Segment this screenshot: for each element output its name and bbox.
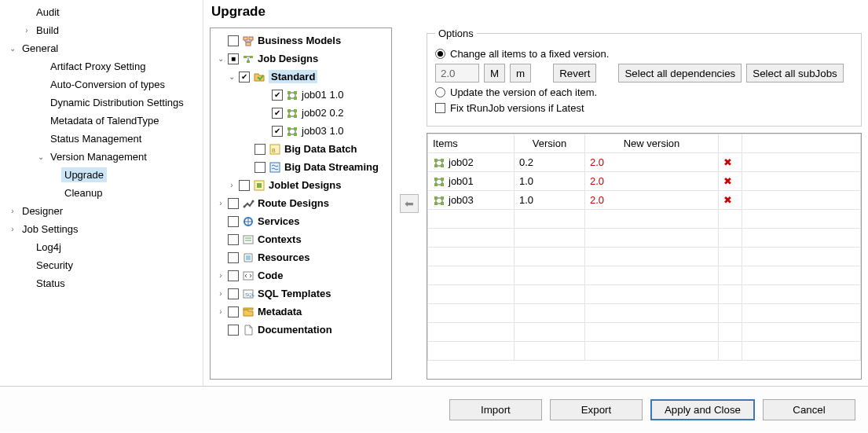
major-up-button[interactable]: M (484, 64, 505, 83)
radio-each-item[interactable] (435, 87, 445, 97)
sidebar-item-security[interactable]: Security (2, 256, 201, 274)
select-subjobs-button[interactable]: Select all subJobs (746, 64, 843, 83)
col-items[interactable]: Items (428, 134, 515, 153)
radio-fixed-version[interactable] (435, 49, 445, 59)
tree-item-label: Services (258, 215, 300, 227)
caret-icon: ⌄ (228, 72, 236, 81)
table-row[interactable]: job020.22.0✖ (428, 153, 861, 172)
tree-item-metadata[interactable]: ›Metadata (212, 303, 390, 321)
cell-new-version: 2.0 (585, 172, 719, 191)
sidebar-item-build[interactable]: ›Build (2, 21, 201, 39)
delete-row-icon[interactable]: ✖ (719, 172, 742, 191)
job-icon (286, 107, 298, 119)
sidebar-item-metadata-of-talendtype[interactable]: Metadata of TalendType (2, 112, 201, 130)
col-version[interactable]: Version (515, 134, 585, 153)
caret-icon: › (217, 199, 225, 207)
page-title: Upgrade (211, 4, 862, 20)
content-area: Upgrade Business Models⌄Job Designs⌄Stan… (203, 0, 868, 386)
tree-checkbox[interactable] (228, 53, 239, 64)
tree-checkbox[interactable] (228, 35, 239, 46)
tree-item-contexts[interactable]: Contexts (212, 230, 390, 248)
tree-checkbox[interactable] (239, 72, 250, 83)
repository-tree[interactable]: Business Models⌄Job Designs⌄Standardjob0… (210, 28, 392, 380)
caret-icon: › (22, 26, 31, 35)
tree-checkbox[interactable] (228, 288, 239, 299)
delete-row-icon[interactable]: ✖ (719, 191, 742, 210)
table-row[interactable]: job031.02.0✖ (428, 191, 861, 210)
sidebar-item-artifact-proxy-setting[interactable]: Artifact Proxy Setting (2, 57, 201, 75)
sidebar-item-status[interactable]: Status (2, 274, 201, 292)
tree-item-documentation[interactable]: Documentation (212, 321, 390, 339)
tree-checkbox[interactable] (228, 252, 239, 263)
tree-item-business-models[interactable]: Business Models (212, 31, 390, 50)
sidebar-item-dynamic-distribution-settings[interactable]: Dynamic Distribution Settings (2, 94, 201, 112)
sidebar-item-auto-conversion-of-types[interactable]: Auto-Conversion of types (2, 75, 201, 94)
tree-item-job03-1-0[interactable]: job03 1.0 (212, 122, 390, 140)
tree-item-big-data-streaming[interactable]: Big Data Streaming (212, 158, 390, 176)
col-delete[interactable] (719, 134, 742, 153)
tree-checkbox[interactable] (228, 216, 239, 227)
tree-checkbox[interactable] (255, 162, 266, 173)
std-icon (253, 71, 266, 83)
sidebar-item-upgrade[interactable]: Upgrade (2, 166, 201, 184)
tree-checkbox[interactable] (272, 126, 283, 137)
sidebar-item-label: Auto-Conversion of types (47, 77, 168, 92)
caret-icon: ⌄ (8, 44, 17, 53)
tree-item-services[interactable]: Services (212, 212, 390, 230)
tree-checkbox[interactable] (239, 180, 250, 191)
options-legend: Options (435, 28, 477, 39)
tree-item-label: Code (258, 270, 284, 281)
tree-checkbox[interactable] (228, 325, 239, 336)
minor-up-button[interactable]: m (510, 64, 531, 83)
tree-checkbox[interactable] (272, 90, 283, 101)
tree-item-resources[interactable]: Resources (212, 248, 390, 266)
select-dependencies-button[interactable]: Select all dependencies (618, 64, 742, 83)
table-row (428, 285, 861, 304)
sidebar-item-version-management[interactable]: ⌄Version Management (2, 148, 201, 166)
tree-item-code[interactable]: ›Code (212, 266, 390, 284)
cell-spacer (742, 172, 861, 191)
tree-item-job-designs[interactable]: ⌄Job Designs (212, 50, 390, 68)
sidebar-item-designer[interactable]: ›Designer (2, 202, 201, 220)
tree-item-joblet-designs[interactable]: ›Joblet Designs (212, 176, 390, 194)
tree-checkbox[interactable] (228, 198, 239, 209)
sidebar-item-job-settings[interactable]: ›Job Settings (2, 220, 201, 238)
cell-new-version: 2.0 (585, 153, 719, 172)
tree-item-label: Job Designs (258, 53, 318, 64)
move-button-column: ⬅ (398, 28, 420, 380)
arrow-left-button[interactable]: ⬅ (400, 194, 419, 213)
tree-item-big-data-batch[interactable]: Big Data Batch (212, 140, 390, 158)
sidebar-item-general[interactable]: ⌄General (2, 39, 201, 57)
tree-item-route-designs[interactable]: ›Route Designs (212, 194, 390, 212)
apply-and-close-button[interactable]: Apply and Close (650, 399, 755, 420)
version-input[interactable] (435, 64, 479, 83)
tree-item-standard[interactable]: ⌄Standard (212, 68, 390, 86)
tree-item-label: Resources (258, 251, 309, 263)
sidebar-item-status-management[interactable]: Status Management (2, 130, 201, 148)
tree-item-label: Contexts (258, 233, 302, 245)
cell-version: 1.0 (515, 172, 585, 191)
delete-row-icon[interactable]: ✖ (719, 153, 742, 172)
cancel-button[interactable]: Cancel (763, 399, 855, 420)
tree-checkbox[interactable] (228, 234, 239, 245)
tree-checkbox[interactable] (228, 270, 239, 281)
tree-item-job01-1-0[interactable]: job01 1.0 (212, 86, 390, 104)
cell-version: 0.2 (515, 153, 585, 172)
cell-item: job03 (428, 191, 515, 210)
radio-fixed-version-label: Change all items to a fixed version. (450, 48, 609, 60)
tree-item-job02-0-2[interactable]: job02 0.2 (212, 104, 390, 122)
table-row[interactable]: job011.02.0✖ (428, 172, 861, 191)
checkbox-fix-trunjob[interactable] (435, 103, 445, 113)
export-button[interactable]: Export (550, 399, 643, 420)
sidebar-item-log4j[interactable]: Log4j (2, 238, 201, 256)
tree-item-sql-templates[interactable]: ›SQL Templates (212, 284, 390, 303)
revert-button[interactable]: Revert (553, 64, 596, 83)
import-button[interactable]: Import (449, 399, 542, 420)
sidebar-item-cleanup[interactable]: Cleanup (2, 184, 201, 202)
tree-checkbox[interactable] (272, 108, 283, 119)
sidebar-item-audit[interactable]: Audit (2, 3, 201, 21)
tree-checkbox[interactable] (228, 306, 239, 317)
preferences-sidebar[interactable]: Audit›Build⌄GeneralArtifact Proxy Settin… (0, 0, 203, 386)
tree-checkbox[interactable] (255, 144, 266, 155)
col-new-version[interactable]: New version (585, 134, 719, 153)
